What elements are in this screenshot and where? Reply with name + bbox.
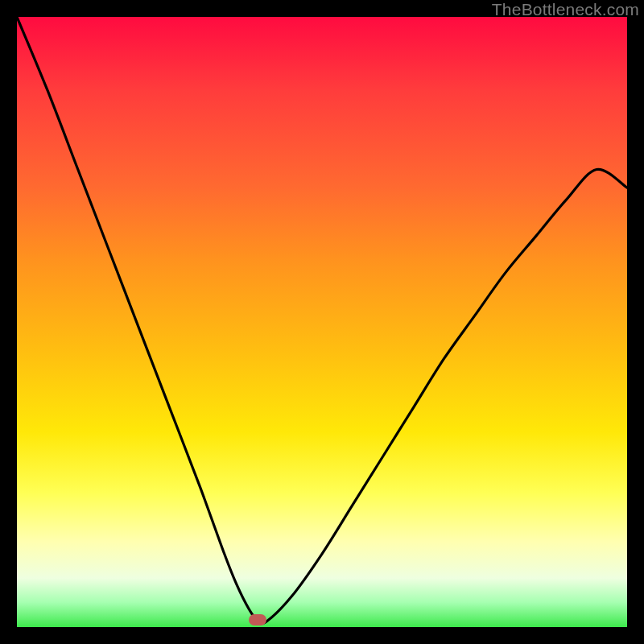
optimum-marker bbox=[249, 614, 266, 625]
watermark-text: TheBottleneck.com bbox=[492, 0, 639, 19]
plot-area bbox=[17, 17, 627, 627]
bottleneck-curve bbox=[17, 17, 627, 627]
